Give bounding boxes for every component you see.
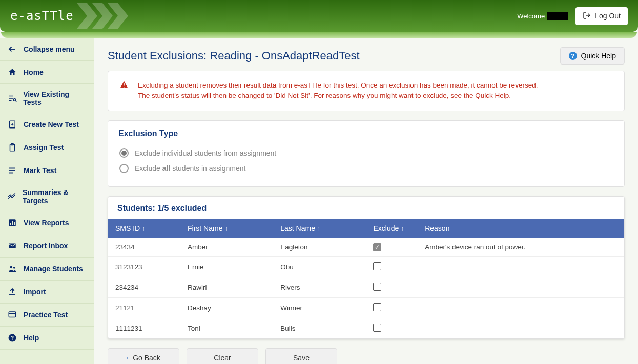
table-row: 3123123ErnieObu <box>108 256 624 277</box>
search-list-icon <box>7 93 17 103</box>
sidebar-item-label: Help <box>24 334 39 342</box>
sidebar-item-label: Practice Test <box>24 311 68 319</box>
sidebar-item-view-reports[interactable]: View Reports <box>0 211 94 234</box>
sidebar-item-assign[interactable]: Assign Test <box>0 136 94 159</box>
lines-icon <box>7 165 17 176</box>
cell-first-name: Ernie <box>180 256 273 277</box>
logout-label: Log Out <box>595 12 621 20</box>
go-back-label: Go Back <box>133 354 160 362</box>
cell-last-name: Obu <box>273 256 366 277</box>
question-icon: ? <box>7 333 17 343</box>
students-table: SMS ID↑ First Name↑ Last Name↑ Exclude↑ … <box>108 219 624 338</box>
exclusion-type-card: Exclusion Type Exclude individual studen… <box>108 120 625 187</box>
sort-asc-icon: ↑ <box>142 225 145 232</box>
sidebar-item-label: Collapse menu <box>24 45 75 53</box>
sidebar-item-create-new[interactable]: Create New Test <box>0 113 94 136</box>
cell-last-name: Bulls <box>273 318 366 338</box>
col-exclude[interactable]: Exclude↑ <box>366 219 418 238</box>
help-icon: ? <box>569 52 577 60</box>
col-last-name[interactable]: Last Name↑ <box>273 219 366 238</box>
cell-first-name: Amber <box>180 238 273 256</box>
col-sms-id[interactable]: SMS ID↑ <box>108 219 180 238</box>
svg-line-6 <box>15 101 16 102</box>
sidebar: Collapse menuHomeView Existing TestsCrea… <box>0 38 94 364</box>
logout-icon <box>583 11 591 21</box>
sidebar-item-label: Summaries & Targets <box>23 188 87 205</box>
exclude-checkbox[interactable] <box>373 324 381 332</box>
radio-exclude-all[interactable]: Exclude all students in assignment <box>118 161 614 176</box>
cell-last-name: Winner <box>273 297 366 318</box>
sidebar-item-label: Create New Test <box>24 120 79 129</box>
svg-text:?: ? <box>11 335 14 341</box>
arrow-left-icon <box>7 44 17 54</box>
exclude-checkbox[interactable] <box>373 262 381 270</box>
table-row: 1111231ToniBulls <box>108 318 624 338</box>
warning-card: Excluding a student removes their result… <box>108 71 625 111</box>
svg-rect-18 <box>14 222 15 225</box>
sidebar-item-summaries[interactable]: Summaries & Targets <box>0 182 94 211</box>
app-header: e-asTTle Welcome Log Out <box>0 0 638 32</box>
quick-help-button[interactable]: ? Quick Help <box>560 47 625 65</box>
cell-last-name: Rivers <box>273 277 366 297</box>
save-label: Save <box>293 354 310 362</box>
header-accent-bar <box>1 32 637 38</box>
sidebar-item-label: View Reports <box>24 219 69 227</box>
cell-reason <box>418 318 624 338</box>
svg-rect-19 <box>9 244 16 248</box>
exclude-checkbox[interactable] <box>373 303 381 311</box>
sidebar-item-label: Home <box>24 68 44 76</box>
sidebar-item-mark[interactable]: Mark Test <box>0 159 94 182</box>
sidebar-item-collapse[interactable]: Collapse menu <box>0 38 94 61</box>
mail-icon <box>7 241 17 251</box>
logout-button[interactable]: Log Out <box>575 7 628 25</box>
radio-icon <box>119 164 129 173</box>
sidebar-item-label: Assign Test <box>24 143 64 152</box>
username-redacted <box>547 12 568 20</box>
warning-icon <box>119 80 129 91</box>
welcome-label: Welcome <box>517 12 568 20</box>
page-title: Student Exclusions: Reading - OnsAdaptRe… <box>108 49 360 62</box>
save-button[interactable]: Save <box>265 348 337 365</box>
sort-asc-icon: ↑ <box>224 225 228 232</box>
cell-reason <box>418 256 624 277</box>
warning-line1: Excluding a student removes their result… <box>138 80 538 91</box>
students-title: Students: 1/5 excluded <box>108 204 624 219</box>
sidebar-item-help[interactable]: ?Help <box>0 327 94 350</box>
sidebar-item-import[interactable]: Import <box>0 281 94 304</box>
go-back-button[interactable]: ‹ Go Back <box>108 348 179 365</box>
col-reason[interactable]: Reason <box>418 219 624 238</box>
sidebar-item-view-existing[interactable]: View Existing Tests <box>0 84 94 113</box>
svg-rect-16 <box>10 223 11 225</box>
table-row: 21121DeshayWinner <box>108 297 624 318</box>
panel-icon <box>7 310 17 320</box>
cell-first-name: Toni <box>180 318 273 338</box>
clear-button[interactable]: Clear <box>187 348 258 365</box>
sidebar-item-label: Report Inbox <box>24 242 68 250</box>
bar-chart-icon <box>7 218 17 228</box>
col-first-name[interactable]: First Name↑ <box>180 219 273 238</box>
radio-label: Exclude all students in assignment <box>135 164 245 173</box>
cell-sms-id: 234234 <box>108 277 180 297</box>
quick-help-label: Quick Help <box>581 52 616 60</box>
sidebar-item-report-inbox[interactable]: Report Inbox <box>0 234 94 258</box>
upload-icon <box>7 287 17 297</box>
cell-sms-id: 21121 <box>108 297 180 318</box>
cell-sms-id: 1111231 <box>108 318 180 338</box>
radio-exclude-individual[interactable]: Exclude individual students from assignm… <box>118 145 614 161</box>
cell-reason: Amber's device ran out of power. <box>418 238 624 256</box>
svg-point-20 <box>10 266 13 269</box>
sidebar-item-practice[interactable]: Practice Test <box>0 304 94 327</box>
sidebar-item-label: Mark Test <box>24 166 56 175</box>
cell-last-name: Eagleton <box>273 238 366 256</box>
exclude-checkbox[interactable] <box>373 243 381 251</box>
sidebar-item-manage-students[interactable]: Manage Students <box>0 258 94 281</box>
svg-rect-29 <box>124 87 125 88</box>
users-icon <box>7 264 17 274</box>
svg-rect-24 <box>9 312 16 317</box>
table-row: 23434AmberEagletonAmber's device ran out… <box>108 238 624 256</box>
cell-reason <box>418 297 624 318</box>
sidebar-item-label: Manage Students <box>24 265 83 273</box>
sidebar-item-home[interactable]: Home <box>0 61 94 84</box>
home-icon <box>7 67 17 77</box>
exclude-checkbox[interactable] <box>373 283 381 291</box>
